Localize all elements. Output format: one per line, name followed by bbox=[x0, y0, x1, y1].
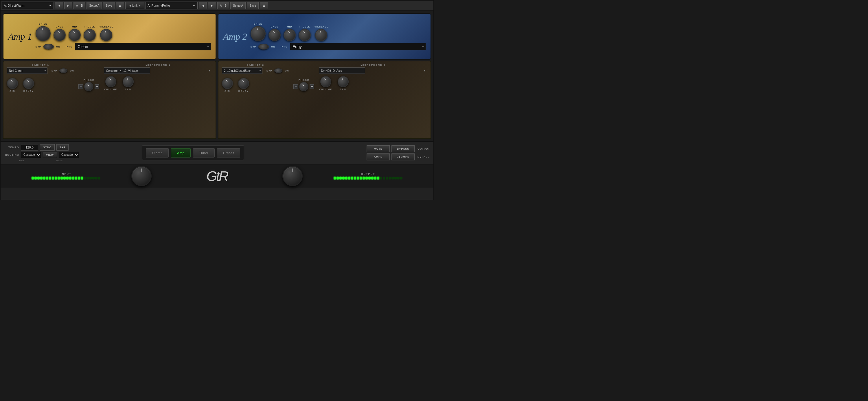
cabinet1-volume-knob[interactable] bbox=[105, 76, 116, 87]
amp2-bass-group: BASS bbox=[269, 26, 281, 41]
mic1-select[interactable]: Celestron_4_12_Vintage Dyn409_OnAxis Con… bbox=[104, 67, 150, 74]
preset2-next-button[interactable]: ► bbox=[208, 2, 216, 9]
preset-button[interactable]: Preset bbox=[217, 148, 240, 157]
preset2-menu-button[interactable]: ☰ bbox=[260, 2, 268, 9]
routing-pre-select[interactable]: Cascade Parallel bbox=[21, 152, 41, 158]
mic1-section: MICROPHONE 1 Celestron_4_12_Vintage Dyn4… bbox=[104, 64, 212, 92]
right-btn-row-1: MUTE BYPASS OUTPUT bbox=[367, 145, 430, 152]
preset2-ab-button[interactable]: A→B bbox=[217, 2, 229, 9]
amp2-mid-knob[interactable] bbox=[283, 29, 296, 41]
preset2-name[interactable]: A: PunchyPolite ▼ bbox=[146, 2, 197, 9]
cabinet2-phase-label: PHASE bbox=[299, 79, 310, 81]
mic2-select[interactable]: Dyn409_OnAxis Celestron_4_12_Vintage Con… bbox=[319, 67, 365, 74]
led-19 bbox=[389, 177, 391, 179]
cabinet2-pan-knob[interactable] bbox=[338, 76, 349, 87]
amp1-presence-knob[interactable] bbox=[100, 29, 112, 41]
cabinet2-volume-knob[interactable] bbox=[320, 76, 331, 87]
amps-button[interactable]: AMPS bbox=[367, 153, 390, 161]
amp1-on-label: ON bbox=[56, 46, 60, 48]
amp1-drive-label: DRIVE bbox=[39, 23, 47, 25]
main-container: A: DirectWarm ▼ ◄ ► A→B Setup A Save ☰ ◄… bbox=[0, 0, 434, 200]
amp1-toggle[interactable] bbox=[43, 44, 54, 50]
cabinet1-pan-knob[interactable] bbox=[123, 76, 134, 87]
link-button[interactable]: ◄ Link ► bbox=[125, 2, 144, 9]
cabinet2-delay-label: DELAY bbox=[239, 90, 249, 92]
preset2-save-button[interactable]: Save bbox=[247, 2, 259, 9]
preset2-setup-button[interactable]: Setup A bbox=[230, 2, 246, 9]
mute-button[interactable]: MUTE bbox=[367, 145, 390, 152]
routing-post-select[interactable]: Cascade Parallel bbox=[59, 152, 79, 158]
preset1-menu-button[interactable]: ☰ bbox=[116, 2, 124, 9]
amp1-bass-knob[interactable] bbox=[54, 29, 66, 41]
amp2-type-wrapper: Clean Crunch Lead Edgy Warm bbox=[290, 43, 426, 50]
cabinet1-delay-label: DELAY bbox=[24, 90, 34, 92]
cabinet1-pan-label: PAN bbox=[125, 88, 131, 91]
cabinet2-phase-plus[interactable]: + bbox=[310, 84, 314, 89]
led-10 bbox=[363, 177, 365, 179]
amp2-treble-knob[interactable] bbox=[299, 29, 311, 41]
cabinet2-toggle[interactable] bbox=[274, 68, 282, 73]
amp2-type-select[interactable]: Clean Crunch Lead Edgy Warm bbox=[290, 43, 426, 50]
cabinet2-on-label: ON bbox=[285, 69, 289, 72]
cabinet2-air-knob[interactable] bbox=[222, 78, 233, 89]
stomp-button[interactable]: Stomp bbox=[146, 148, 169, 157]
tuner-button[interactable]: Tuner bbox=[193, 148, 215, 157]
preset1-setup-button[interactable]: Setup A bbox=[87, 2, 102, 9]
cabinet1-delay-knob[interactable] bbox=[23, 78, 34, 89]
amp1-bass-group: BASS bbox=[54, 26, 66, 41]
amp2-drive-knob[interactable] bbox=[251, 26, 266, 41]
cabinet2-pan-group: PAN bbox=[338, 76, 349, 91]
cabinet1-toggle[interactable] bbox=[59, 68, 67, 73]
preset2-prev-button[interactable]: ◄ bbox=[199, 2, 207, 9]
cabinet1-select[interactable]: Neil Citron Vintage 4x12 Modern 2x12 bbox=[7, 67, 48, 74]
led-0 bbox=[32, 177, 34, 179]
input-knob[interactable] bbox=[131, 166, 152, 186]
amp1-presence-label: PRESENCE bbox=[99, 26, 114, 28]
cabinet1-pan-group: PAN bbox=[123, 76, 134, 91]
preset1-ab-button[interactable]: A→B bbox=[73, 2, 85, 9]
led-7 bbox=[52, 177, 54, 179]
preset1-next-button[interactable]: ► bbox=[64, 2, 72, 9]
preset1-dropdown-icon: ▼ bbox=[49, 4, 52, 7]
cabinet2-select[interactable]: 2_12InchClosedBack Neil Citron Modern 4x… bbox=[222, 67, 262, 74]
amp1-drive-group: DRIVE bbox=[36, 23, 51, 41]
view-button[interactable]: VIEW bbox=[43, 152, 57, 158]
amp2-type-label: TYPE bbox=[280, 46, 288, 48]
amp1-logo: Amp 1 bbox=[8, 31, 32, 42]
led-14 bbox=[374, 177, 376, 179]
amp1-mid-label: MID bbox=[72, 26, 77, 28]
amp1-mid-knob[interactable] bbox=[69, 29, 81, 41]
amp1-type-select[interactable]: Clean Crunch Lead Edgy Warm bbox=[75, 43, 211, 50]
amp-button[interactable]: Amp bbox=[171, 148, 191, 157]
amp2-toggle[interactable] bbox=[258, 44, 269, 50]
bypass-button[interactable]: BYPASS bbox=[392, 145, 414, 152]
amp2-bass-knob[interactable] bbox=[269, 29, 281, 41]
preset1-prev-button[interactable]: ◄ bbox=[55, 2, 63, 9]
stomps-button[interactable]: STOMPS bbox=[392, 153, 414, 161]
cabinet1-phase-knob[interactable] bbox=[84, 82, 93, 91]
amp1-drive-knob[interactable] bbox=[36, 26, 51, 41]
amp2-presence-knob[interactable] bbox=[315, 29, 327, 41]
cabinet2-phase-knob[interactable] bbox=[299, 82, 308, 91]
led-10 bbox=[60, 177, 63, 179]
cabinet2-delay-knob[interactable] bbox=[238, 78, 249, 89]
amp1-treble-knob[interactable] bbox=[84, 29, 96, 41]
preset1-name[interactable]: A: DirectWarm ▼ bbox=[2, 2, 54, 9]
cabinet1-phase-label: PHASE bbox=[84, 79, 95, 81]
cabinet1-air-group: AIR bbox=[7, 78, 18, 92]
led-17 bbox=[81, 177, 83, 179]
tempo-input[interactable] bbox=[21, 144, 38, 150]
sync-button[interactable]: SYNC bbox=[40, 144, 55, 150]
amp1-bass-label: BASS bbox=[56, 26, 63, 28]
cabinet2-phase-minus[interactable]: − bbox=[293, 84, 298, 89]
cabinet2-volume-label: VOLUME bbox=[319, 88, 332, 91]
preset1-name-text: A: DirectWarm bbox=[4, 4, 24, 7]
cabinet2-select-row: 2_12InchClosedBack Neil Citron Modern 4x… bbox=[222, 67, 289, 74]
preset1-save-button[interactable]: Save bbox=[103, 2, 115, 9]
cabinet1-air-knob[interactable] bbox=[7, 78, 18, 89]
input-meter-section: INPUT bbox=[5, 173, 127, 179]
tap-button[interactable]: TAP bbox=[56, 144, 69, 150]
cabinet1-phase-plus[interactable]: + bbox=[95, 84, 99, 89]
cabinet1-phase-minus[interactable]: − bbox=[79, 84, 83, 89]
output-knob[interactable] bbox=[282, 166, 303, 186]
